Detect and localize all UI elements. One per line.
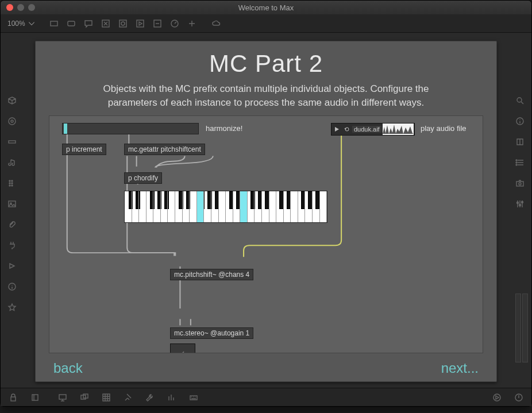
ezdac-speaker[interactable] xyxy=(170,343,195,353)
svg-point-28 xyxy=(519,204,521,206)
white-key[interactable] xyxy=(153,191,161,222)
svg-rect-25 xyxy=(516,182,523,186)
play-box-icon[interactable] xyxy=(136,19,145,28)
obj-mc-stereo[interactable]: mc.stereo~ @autogain 1 xyxy=(170,327,253,339)
white-key[interactable] xyxy=(298,191,306,222)
plus-icon[interactable] xyxy=(187,19,196,28)
search-icon[interactable] xyxy=(515,96,525,105)
info-icon[interactable] xyxy=(7,282,17,291)
cube-icon[interactable] xyxy=(7,96,17,105)
nav-back[interactable]: back xyxy=(53,360,83,376)
sliders-icon[interactable] xyxy=(515,199,525,209)
white-key[interactable] xyxy=(320,191,327,222)
maximize-button[interactable] xyxy=(28,4,35,11)
nav-next[interactable]: next... xyxy=(441,360,479,376)
white-key[interactable] xyxy=(147,191,154,222)
target-icon[interactable] xyxy=(7,117,17,126)
level-meter xyxy=(515,294,528,362)
svg-rect-1 xyxy=(68,21,75,26)
bars-icon[interactable] xyxy=(167,393,176,402)
harmonize-slider[interactable] xyxy=(62,123,199,134)
slider-thumb[interactable] xyxy=(64,123,67,134)
kslider-keyboard[interactable] xyxy=(124,191,327,223)
white-key[interactable] xyxy=(161,191,168,222)
image-icon[interactable] xyxy=(7,199,17,209)
close-button[interactable] xyxy=(6,4,13,11)
obj-p-chordify[interactable]: p chordify xyxy=(124,172,162,184)
white-key[interactable] xyxy=(168,191,175,222)
svg-point-20 xyxy=(517,98,522,102)
svg-point-14 xyxy=(11,183,13,184)
app-window: Welcome to Max 100% xyxy=(0,0,532,407)
white-key[interactable] xyxy=(219,191,226,222)
book-icon[interactable] xyxy=(515,137,525,146)
white-key[interactable] xyxy=(132,191,140,222)
loop-icon[interactable] xyxy=(342,126,352,132)
white-key[interactable] xyxy=(284,191,291,222)
toolbar-icons xyxy=(49,19,221,28)
svg-point-15 xyxy=(9,185,10,186)
white-key[interactable] xyxy=(262,191,269,222)
patcher: harmonize! duduk.aif play audio file p i… xyxy=(49,115,483,353)
white-key[interactable] xyxy=(291,191,298,222)
white-key[interactable] xyxy=(276,191,284,222)
circle-box-icon[interactable] xyxy=(118,19,128,28)
white-key[interactable] xyxy=(240,191,248,222)
camera-icon[interactable] xyxy=(515,179,525,188)
keyboard-icon[interactable] xyxy=(189,393,198,402)
list-icon[interactable] xyxy=(515,158,525,167)
white-key[interactable] xyxy=(255,191,262,222)
white-key[interactable] xyxy=(197,191,205,222)
white-key[interactable] xyxy=(248,191,255,222)
attachment-icon[interactable] xyxy=(7,220,17,229)
white-key[interactable] xyxy=(139,191,147,222)
white-key[interactable] xyxy=(211,191,219,222)
grid-icon-bottom[interactable] xyxy=(102,393,111,402)
note-icon[interactable] xyxy=(7,158,17,167)
message-box-icon[interactable] xyxy=(67,19,76,28)
minus-box-icon[interactable] xyxy=(153,19,162,28)
white-key[interactable] xyxy=(190,191,197,222)
play-icon[interactable] xyxy=(331,126,342,132)
chevron-down-icon xyxy=(28,20,36,28)
plug-icon[interactable] xyxy=(7,241,17,250)
new-window-icon[interactable] xyxy=(30,393,40,402)
obj-mc-pitchshift[interactable]: mc.pitchshift~ @chans 4 xyxy=(170,269,253,280)
obj-p-increment[interactable]: p increment xyxy=(62,144,106,155)
star-icon[interactable] xyxy=(7,303,17,312)
bottom-toolbar xyxy=(1,388,531,406)
triangle-icon[interactable] xyxy=(7,261,17,271)
minimize-button[interactable] xyxy=(17,4,24,11)
lock-icon[interactable] xyxy=(9,393,18,402)
object-box-icon[interactable] xyxy=(49,19,59,28)
grid-dots-icon[interactable] xyxy=(7,179,17,188)
white-key[interactable] xyxy=(305,191,313,222)
white-key[interactable] xyxy=(204,191,211,222)
white-key[interactable] xyxy=(313,191,320,222)
white-key[interactable] xyxy=(125,191,132,222)
slider-icon[interactable] xyxy=(7,137,17,146)
power-icon[interactable] xyxy=(514,393,523,402)
presentation-icon[interactable] xyxy=(58,393,67,402)
wrench-icon[interactable] xyxy=(145,393,155,402)
white-key[interactable] xyxy=(175,191,183,222)
zoom-selector[interactable]: 100% xyxy=(7,20,36,28)
svg-rect-17 xyxy=(9,201,16,207)
white-key[interactable] xyxy=(269,191,277,222)
playfile-object[interactable]: duduk.aif xyxy=(331,123,415,136)
white-key[interactable] xyxy=(226,191,233,222)
obj-mc-getattr[interactable]: mc.getattr pitchshiftcent xyxy=(124,144,205,155)
comment-icon[interactable] xyxy=(84,19,93,28)
white-key[interactable] xyxy=(233,191,241,222)
svg-rect-35 xyxy=(190,396,197,400)
dial-icon[interactable] xyxy=(170,19,179,28)
satellite-icon[interactable] xyxy=(124,393,133,402)
x-box-icon[interactable] xyxy=(101,19,110,28)
window-title: Welcome to Max xyxy=(1,3,531,12)
cloud-icon[interactable] xyxy=(211,19,221,28)
dsp-run-icon[interactable] xyxy=(492,393,502,402)
white-key[interactable] xyxy=(183,191,190,222)
titlebar: Welcome to Max xyxy=(1,1,531,14)
info-circle-icon[interactable] xyxy=(515,117,525,126)
windows-icon[interactable] xyxy=(80,393,89,402)
